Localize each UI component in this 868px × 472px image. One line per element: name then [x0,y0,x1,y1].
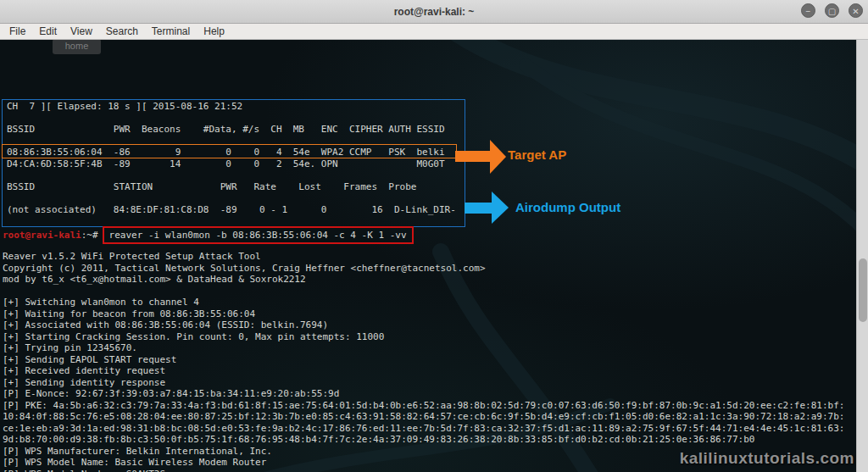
menubar: File Edit View Search Terminal Help [0,24,868,40]
airodump-arrow [465,203,492,214]
terminal-output-area[interactable]: home CH 7 ][ Elapsed: 18 s ][ 2015-08-16… [0,40,868,472]
window-title: root@ravi-kali: ~ [394,6,475,18]
close-icon[interactable]: ✕ [849,3,863,18]
target-ap-arrowhead-icon [490,140,506,174]
menu-view[interactable]: View [65,25,97,38]
maximize-icon[interactable]: ▢ [825,3,839,18]
minimize-icon[interactable]: − [801,3,815,18]
target-ap-arrow [455,151,491,162]
home-tooltip: home [53,40,101,54]
menu-edit[interactable]: Edit [34,25,62,38]
reaver-output-text: Reaver v1.5.2 WiFi Protected Setup Attac… [3,251,844,472]
terminal-window: root@ravi-kali: ~ − ▢ ✕ File Edit View S… [0,0,868,472]
scrollbar-thumb[interactable] [859,258,867,322]
scrollbar-track[interactable] [856,40,868,472]
menu-terminal[interactable]: Terminal [147,25,195,38]
menu-file[interactable]: File [4,25,31,38]
prompt-suffix: :~# [81,230,98,241]
airodump-output-label: Airodump Output [515,200,620,214]
titlebar[interactable]: root@ravi-kali: ~ − ▢ ✕ [0,0,868,24]
menu-search[interactable]: Search [101,25,143,38]
window-controls: − ▢ ✕ [801,3,863,18]
menu-help[interactable]: Help [198,25,230,38]
shell-prompt-line: root@ravi-kali:~# reaver -i wlan0mon -b … [3,226,414,244]
airodump-output-text: CH 7 ][ Elapsed: 18 s ][ 2015-08-16 21:5… [7,101,456,215]
prompt-user: root@ravi-kali [3,230,81,241]
site-watermark: kalilinuxtutorials.com [680,449,854,468]
reaver-command: reaver -i wlan0mon -b 08:86:3B:55:06:04 … [103,226,414,244]
airodump-arrowhead-icon [492,192,509,224]
target-ap-label: Target AP [508,147,566,162]
